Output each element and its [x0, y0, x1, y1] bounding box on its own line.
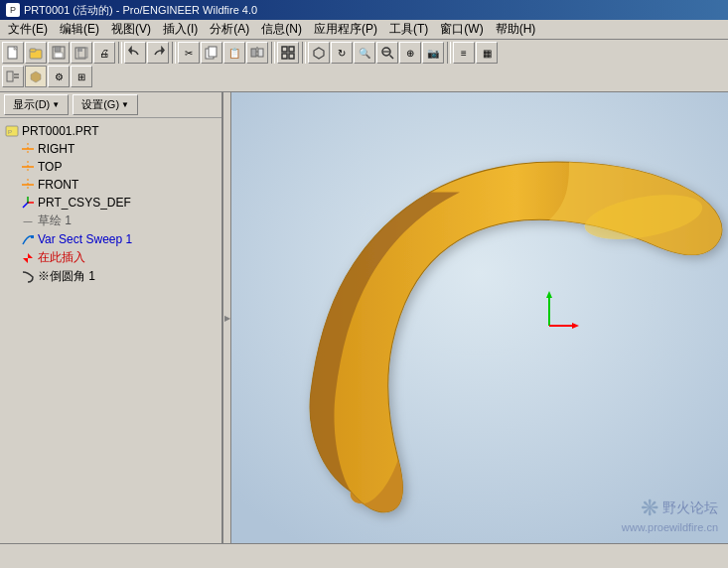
tree-front[interactable]: FRONT [2, 176, 219, 194]
tree-top-label: TOP [38, 160, 62, 174]
title-text: PRT0001 (活动的) - Pro/ENGINEER Wildfire 4.… [24, 3, 257, 18]
svg-marker-46 [572, 323, 579, 329]
toolbar-row-1: 🖨 ✂ 📋 ↻ 🔍 ⊕ 📷 ≡ [2, 42, 726, 64]
tree-sweep-label: Var Sect Sweep 1 [38, 232, 132, 246]
menu-insert[interactable]: 插入(I) [157, 19, 204, 40]
tree-csys[interactable]: PRT_CSYS_DEF [2, 194, 219, 212]
tree-top[interactable]: TOP [2, 158, 219, 176]
svg-rect-23 [7, 71, 13, 81]
svg-line-37 [23, 203, 28, 208]
copy-button[interactable] [201, 42, 222, 64]
menu-info[interactable]: 信息(N) [255, 19, 308, 40]
open-button[interactable] [25, 42, 47, 64]
sep4 [302, 42, 306, 64]
sep5 [447, 42, 451, 64]
modeltree-toggle[interactable] [2, 66, 24, 87]
svg-rect-6 [55, 53, 63, 58]
toolbar-area: 🖨 ✂ 📋 ↻ 🔍 ⊕ 📷 ≡ [0, 40, 728, 92]
tree-front-label: FRONT [38, 178, 78, 192]
watermark: ❋ 野火论坛 www.proewildfire.cn [622, 496, 718, 533]
datum-right-icon [20, 141, 36, 157]
app-icon: P [6, 3, 20, 17]
display-arrow: ▼ [52, 100, 60, 109]
fillet-icon [20, 269, 36, 285]
svg-rect-15 [282, 47, 287, 52]
undo-button[interactable] [124, 42, 146, 64]
watermark-site: www.proewildfire.cn [622, 521, 718, 533]
display-label: 显示(D) [13, 97, 50, 112]
zoom-out-button[interactable] [376, 42, 398, 64]
filter-button[interactable]: ▦ [476, 42, 498, 64]
tree-right[interactable]: RIGHT [2, 140, 219, 158]
svg-rect-3 [30, 49, 36, 52]
datum-front-icon [20, 177, 36, 193]
settings-label: 设置(G) [81, 97, 119, 112]
menu-help[interactable]: 帮助(H) [490, 19, 542, 40]
title-bar: P PRT0001 (活动的) - Pro/ENGINEER Wildfire … [0, 0, 728, 20]
extra-button[interactable]: ⊞ [71, 66, 92, 87]
menu-window[interactable]: 窗口(W) [434, 19, 489, 40]
coordinate-axes [519, 286, 579, 349]
camera-button[interactable]: 📷 [422, 42, 444, 64]
model-tree: P PRT0001.PRT RIGHT TOP [0, 118, 221, 543]
cut-button[interactable]: ✂ [178, 42, 200, 64]
savecopy-button[interactable] [71, 42, 92, 64]
svg-rect-12 [251, 49, 256, 57]
svg-rect-18 [289, 54, 294, 59]
part-icon: P [4, 123, 20, 139]
svg-rect-5 [55, 47, 61, 52]
view3d-button[interactable] [308, 42, 330, 64]
main-area: 显示(D) ▼ 设置(G) ▼ P PRT0001.PRT R [0, 92, 728, 543]
menu-analysis[interactable]: 分析(A) [204, 19, 255, 40]
csys-icon [20, 195, 36, 211]
layer-button[interactable]: ≡ [453, 42, 475, 64]
svg-rect-11 [209, 47, 217, 57]
datum-top-icon [20, 159, 36, 175]
menu-apps[interactable]: 应用程序(P) [308, 19, 383, 40]
panel-sub-toolbar: 显示(D) ▼ 设置(G) ▼ [0, 92, 221, 118]
mirror-button[interactable] [246, 42, 268, 64]
watermark-logo-icon: ❋ [641, 496, 658, 521]
print-button[interactable]: 🖨 [93, 42, 115, 64]
viewport[interactable]: ❋ 野火论坛 www.proewildfire.cn [231, 92, 728, 543]
menu-tools[interactable]: 工具(T) [383, 19, 434, 40]
tree-sketch[interactable]: — 草绘 1 [2, 212, 219, 230]
menu-file[interactable]: 文件(E) [2, 19, 54, 40]
tree-sketch-label: 草绘 1 [38, 213, 72, 229]
display-dropdown[interactable]: 显示(D) ▼ [4, 94, 69, 115]
part-button[interactable] [25, 66, 47, 87]
sep1 [118, 42, 122, 64]
tree-insert[interactable]: 在此插入 [2, 248, 219, 267]
svg-rect-13 [258, 49, 263, 57]
sep3 [271, 42, 275, 64]
spin-button[interactable]: ↻ [331, 42, 353, 64]
toolbar-row-2: ⚙ ⊞ [2, 66, 726, 87]
svg-marker-26 [31, 71, 41, 82]
refit-button[interactable] [277, 42, 299, 64]
svg-rect-39 [31, 235, 34, 238]
status-bar [0, 543, 728, 563]
paste-button[interactable]: 📋 [223, 42, 245, 64]
svg-rect-41 [231, 92, 728, 543]
settings-dropdown[interactable]: 设置(G) ▼ [73, 94, 138, 115]
save-button[interactable] [48, 42, 70, 64]
sweep-icon [20, 231, 36, 247]
sketch-icon: — [20, 213, 36, 229]
svg-marker-19 [314, 48, 324, 59]
svg-point-38 [27, 202, 29, 204]
settings-arrow: ▼ [121, 100, 129, 109]
tree-fillet[interactable]: ※倒圆角 1 [2, 267, 219, 286]
zoom-in-button[interactable]: 🔍 [354, 42, 375, 64]
zoom-fit-button[interactable]: ⊕ [399, 42, 421, 64]
redo-button[interactable] [147, 42, 169, 64]
tree-root-label: PRT0001.PRT [22, 124, 99, 138]
tree-sweep[interactable]: Var Sect Sweep 1 [2, 230, 219, 248]
settings2-button[interactable]: ⚙ [48, 66, 70, 87]
tree-fillet-label: ※倒圆角 1 [38, 268, 95, 285]
tree-root[interactable]: P PRT0001.PRT [2, 122, 219, 140]
sep2 [172, 42, 176, 64]
resize-handle[interactable] [223, 92, 231, 543]
new-button[interactable] [2, 42, 24, 64]
menu-edit[interactable]: 编辑(E) [54, 19, 105, 40]
menu-view[interactable]: 视图(V) [105, 19, 157, 40]
